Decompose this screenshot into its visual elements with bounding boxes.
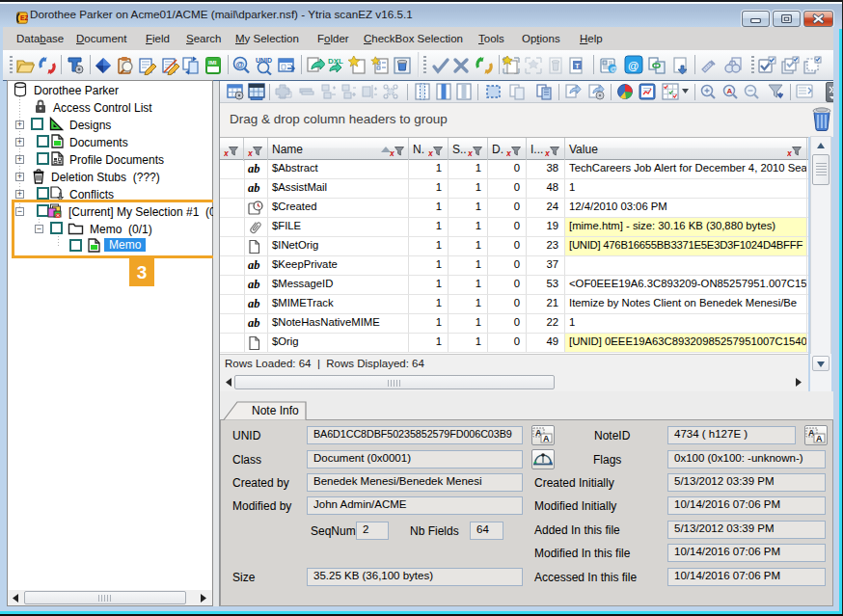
svg-text:@: @ [610, 65, 616, 73]
svg-text:IMI: IMI [208, 60, 217, 66]
svg-text:A: A [816, 434, 823, 443]
svg-text:DXL: DXL [328, 57, 343, 66]
svg-text:EZ: EZ [20, 14, 28, 21]
svg-text:A: A [543, 434, 550, 443]
svg-text:A: A [727, 87, 733, 95]
svg-text:@: @ [236, 60, 245, 69]
svg-text:@: @ [628, 60, 639, 71]
svg-text:T: T [575, 62, 580, 70]
